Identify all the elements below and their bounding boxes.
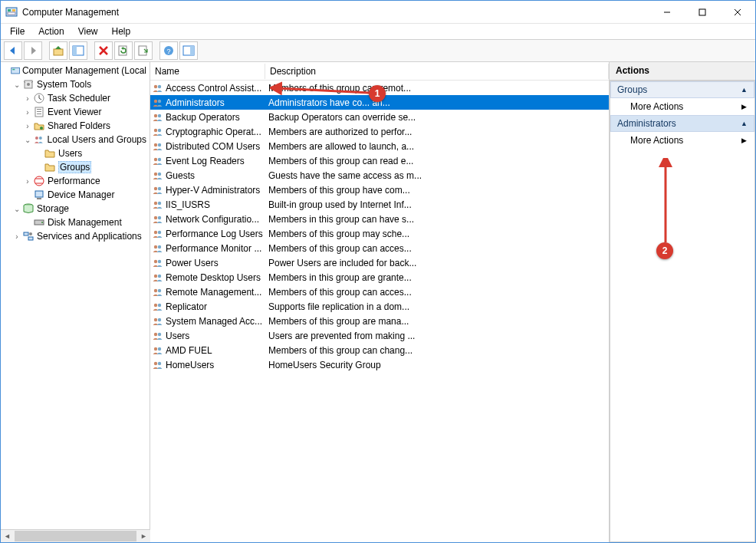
actions-more-administrators[interactable]: More Actions ▶ [610, 132, 754, 149]
svg-point-77 [158, 361, 161, 364]
row-name: Distributed COM Users [166, 141, 265, 152]
tree-root[interactable]: Computer Management (Local [1, 64, 150, 77]
back-button[interactable] [4, 41, 22, 60]
tree-performance[interactable]: › Performance [1, 174, 150, 188]
list-row[interactable]: Hyper-V AdministratorsMembers of this gr… [150, 183, 609, 197]
export-list-button[interactable] [134, 41, 153, 60]
up-button[interactable] [49, 41, 67, 60]
delete-button[interactable] [94, 41, 113, 60]
svg-point-53 [158, 186, 161, 189]
actions-section-groups[interactable]: Groups ▲ [610, 81, 754, 98]
tree-disk-management[interactable]: Disk Management [1, 216, 150, 229]
collapse-icon[interactable]: ▲ [741, 86, 748, 94]
list-row[interactable]: GuestsGuests have the same access as m..… [150, 168, 609, 183]
show-hide-tree-button[interactable] [69, 41, 87, 60]
expand-icon[interactable]: › [22, 122, 33, 130]
group-icon [152, 344, 164, 357]
svg-rect-3 [8, 12, 15, 15]
list-row[interactable]: UsersUsers are prevented from making ... [150, 328, 609, 343]
scroll-thumb[interactable] [15, 531, 136, 541]
group-icon [152, 140, 164, 153]
column-description[interactable]: Description [265, 64, 609, 79]
row-desc: Members are authorized to perfor... [265, 127, 609, 137]
disk-management-icon [33, 216, 45, 229]
list-row[interactable]: IIS_IUSRSBuilt-in group used by Internet… [150, 197, 609, 212]
collapse-icon[interactable]: ▲ [741, 120, 748, 127]
list-row[interactable]: Cryptographic Operat...Members are autho… [150, 124, 609, 139]
svg-point-69 [158, 303, 161, 306]
svg-rect-31 [37, 198, 41, 199]
annotation-marker-2: 2 [656, 242, 673, 259]
scroll-left-icon[interactable]: ◄ [1, 532, 14, 540]
svg-point-38 [154, 84, 157, 87]
submenu-icon: ▶ [741, 103, 747, 110]
tree-services-apps[interactable]: › Services and Applications [1, 229, 150, 243]
minimize-button[interactable] [649, 1, 685, 24]
list-row[interactable]: Power UsersPower Users are included for … [150, 255, 609, 270]
tree-storage[interactable]: ⌄ Storage [1, 202, 150, 216]
list-row[interactable]: Remote Desktop UsersMembers in this grou… [150, 270, 609, 285]
expand-icon[interactable]: › [22, 94, 33, 103]
group-icon [152, 213, 164, 225]
help-button[interactable]: ? [159, 41, 178, 60]
scroll-right-icon[interactable]: ► [137, 532, 150, 540]
tree-local-users-groups[interactable]: ⌄ Local Users and Groups [1, 133, 150, 146]
tree-groups[interactable]: Groups [1, 160, 150, 174]
groups-list[interactable]: Name Description Access Control Assist..… [150, 62, 610, 542]
expand-icon[interactable]: › [22, 108, 33, 117]
tree-event-viewer[interactable]: › Event Viewer [1, 105, 150, 119]
tree-shared-folders[interactable]: › Shared Folders [1, 119, 150, 133]
show-hide-action-pane-button[interactable] [179, 41, 198, 60]
tree-system-tools[interactable]: ⌄ System Tools [1, 77, 150, 91]
row-name: Cryptographic Operat... [166, 127, 265, 137]
menu-action[interactable]: Action [32, 25, 70, 38]
svg-rect-25 [37, 114, 41, 114]
actions-more-groups[interactable]: More Actions ▶ [610, 98, 754, 115]
group-icon [152, 82, 164, 94]
tree-task-scheduler[interactable]: › Task Scheduler [1, 91, 150, 105]
list-row[interactable]: Performance Log UsersMembers of this gro… [150, 226, 609, 241]
list-row[interactable]: Event Log ReadersMembers of this group c… [150, 153, 609, 168]
performance-icon [33, 175, 45, 187]
group-icon [152, 330, 164, 342]
column-name[interactable]: Name [150, 64, 265, 79]
refresh-button[interactable] [114, 41, 133, 60]
nav-tree[interactable]: Computer Management (Local ⌄ System Tool… [1, 62, 150, 542]
svg-point-41 [158, 99, 161, 102]
row-name: Access Control Assist... [166, 83, 265, 94]
list-row[interactable]: HomeUsersHomeUsers Security Group [150, 357, 609, 372]
list-row[interactable]: ReplicatorSupports file replication in a… [150, 299, 609, 314]
collapse-icon[interactable]: ⌄ [12, 81, 22, 89]
maximize-button[interactable] [685, 1, 720, 24]
tree-device-manager[interactable]: Device Manager [1, 188, 150, 202]
collapse-icon[interactable]: ⌄ [12, 205, 22, 213]
row-desc: Guests have the same access as m... [265, 170, 609, 181]
expand-icon[interactable]: › [12, 232, 22, 241]
submenu-icon: ▶ [741, 137, 747, 144]
svg-point-39 [158, 84, 161, 87]
forward-button[interactable] [24, 41, 42, 60]
row-name: Power Users [166, 258, 265, 268]
close-button[interactable] [720, 1, 755, 24]
menu-file[interactable]: File [4, 25, 31, 38]
row-name: Performance Monitor ... [166, 243, 265, 254]
list-row[interactable]: Distributed COM UsersMembers are allowed… [150, 139, 609, 153]
list-row[interactable]: Performance Monitor ...Members of this g… [150, 241, 609, 255]
list-row[interactable]: Network Configuratio...Members in this g… [150, 212, 609, 226]
collapse-icon[interactable]: ⌄ [22, 136, 33, 144]
menu-view[interactable]: View [72, 25, 104, 38]
row-desc: Members are allowed to launch, a... [265, 141, 609, 152]
folder-icon [44, 147, 56, 160]
tree-label: Services and Applications [37, 231, 142, 242]
svg-rect-10 [73, 46, 77, 55]
expand-icon[interactable]: › [22, 177, 33, 186]
list-row[interactable]: Remote Management...Members of this grou… [150, 285, 609, 299]
list-row[interactable]: AMD FUELMembers of this group can chang.… [150, 343, 609, 357]
list-row[interactable]: System Managed Acc...Members of this gro… [150, 314, 609, 328]
row-name: Network Configuratio... [166, 214, 265, 225]
list-row[interactable]: Backup OperatorsBackup Operators can ove… [150, 110, 609, 124]
tree-hscrollbar[interactable]: ◄ ► [1, 529, 150, 542]
tree-users[interactable]: Users [1, 146, 150, 160]
menu-help[interactable]: Help [106, 25, 137, 38]
actions-section-administrators[interactable]: Administrators ▲ [610, 115, 754, 132]
